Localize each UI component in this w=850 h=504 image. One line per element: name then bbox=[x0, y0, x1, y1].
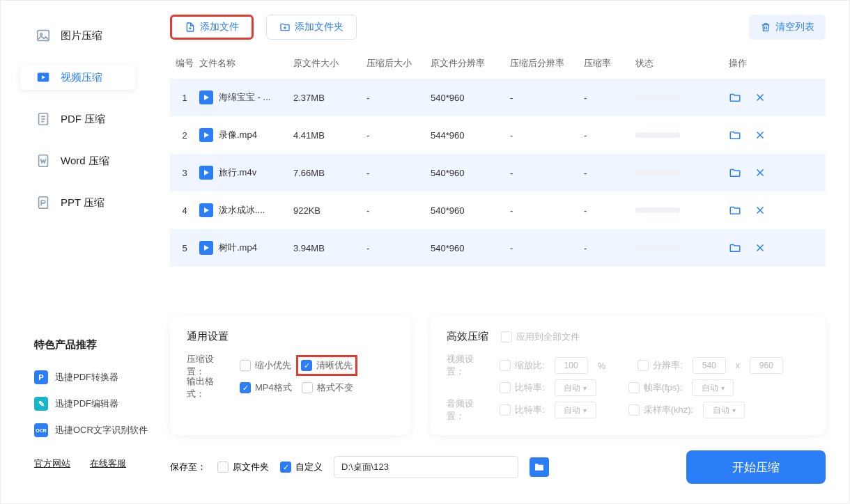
table-header: 编号 文件名称 原文件大小 压缩后大小 原文件分辨率 压缩后分辨率 压缩率 状态… bbox=[170, 48, 826, 79]
file-name: 海绵宝宝 - ... bbox=[219, 91, 270, 104]
cell-status bbox=[635, 132, 729, 138]
checkbox-save-original[interactable]: 原文件夹 bbox=[217, 461, 269, 473]
res-h-input[interactable] bbox=[750, 357, 783, 374]
sidebar-item-label: Word 压缩 bbox=[61, 155, 109, 168]
open-folder-icon[interactable] bbox=[729, 91, 741, 104]
advanced-settings-panel: 高效压缩 应用到全部文件 视频设置： 缩放比: % 分辨率: x 比特率: bbox=[430, 316, 826, 435]
clear-list-button[interactable]: 清空列表 bbox=[749, 15, 826, 40]
add-file-label: 添加文件 bbox=[200, 21, 239, 33]
main-panel: 添加文件 添加文件夹 清空列表 编号 文件名称 原文件大小 压缩后大小 原文件分… bbox=[157, 1, 849, 503]
file-table: 编号 文件名称 原文件大小 压缩后大小 原文件分辨率 压缩后分辨率 压缩率 状态… bbox=[170, 48, 826, 267]
checkbox-resolution[interactable]: 分辨率: bbox=[638, 359, 683, 372]
start-compress-button[interactable]: 开始压缩 bbox=[686, 450, 826, 484]
abitrate-select[interactable]: 自动 bbox=[555, 402, 596, 418]
browse-folder-button[interactable] bbox=[530, 457, 549, 477]
checkbox-abitrate[interactable]: 比特率: bbox=[500, 404, 545, 416]
cell-status bbox=[635, 245, 729, 251]
open-folder-icon[interactable] bbox=[729, 129, 741, 141]
remove-icon[interactable] bbox=[754, 129, 766, 141]
cell-ops bbox=[729, 91, 826, 104]
checkbox-shrink-priority[interactable]: 缩小优先 bbox=[240, 359, 291, 372]
recommend-item-pdf-editor[interactable]: ✎ 迅捷PDF编辑器 bbox=[1, 391, 157, 417]
footer-links: 官方网站 在线客服 bbox=[1, 443, 157, 489]
sidebar-item-ppt[interactable]: PPT 压缩 bbox=[1, 182, 157, 223]
chk-label: 缩放比: bbox=[515, 359, 545, 372]
cell-res: 540*960 bbox=[431, 168, 510, 178]
cell-after-size: - bbox=[366, 130, 431, 141]
chk-label: MP4格式 bbox=[255, 381, 292, 394]
chk-label: 格式不变 bbox=[317, 381, 353, 394]
add-folder-label: 添加文件夹 bbox=[295, 21, 343, 33]
res-sep: x bbox=[736, 361, 740, 370]
col-idx: 编号 bbox=[170, 57, 199, 70]
remove-icon[interactable] bbox=[754, 242, 766, 254]
video-set-label: 视频设置： bbox=[447, 353, 490, 378]
chk-label: 分辨率: bbox=[653, 359, 683, 372]
cell-ops bbox=[729, 129, 826, 141]
checkbox-clarity-priority[interactable]: 清晰优先 bbox=[301, 359, 353, 372]
save-path-input[interactable] bbox=[334, 456, 518, 478]
sidebar-item-image[interactable]: 图片压缩 bbox=[1, 15, 157, 56]
cell-ratio: - bbox=[584, 168, 635, 178]
play-icon bbox=[199, 128, 213, 142]
cell-idx: 4 bbox=[170, 205, 199, 216]
chk-label: 比特率: bbox=[515, 381, 545, 394]
cell-size: 7.66MB bbox=[293, 168, 366, 178]
sidebar: 图片压缩 视频压缩 PDF 压缩 Word 压缩 PPT 压缩 特色产品推荐 bbox=[1, 1, 157, 503]
fps-select[interactable]: 自动 bbox=[692, 379, 734, 396]
checkbox-sample[interactable]: 采样率(khz): bbox=[628, 404, 694, 416]
chk-label: 比特率: bbox=[515, 404, 545, 416]
file-name: 泼水成冰.... bbox=[219, 204, 265, 216]
checkbox-keep-format[interactable]: 格式不变 bbox=[302, 381, 353, 394]
sidebar-item-video[interactable]: 视频压缩 bbox=[1, 56, 157, 98]
cell-after-res: - bbox=[510, 168, 584, 178]
checkbox-save-custom[interactable]: 自定义 bbox=[280, 461, 323, 473]
cell-res: 544*960 bbox=[431, 130, 510, 141]
checkbox-scale[interactable]: 缩放比: bbox=[500, 359, 545, 372]
add-folder-button[interactable]: 添加文件夹 bbox=[266, 15, 357, 40]
ocr-icon: OCR bbox=[34, 423, 48, 437]
col-size: 原文件大小 bbox=[293, 57, 366, 70]
save-to-label: 保存至： bbox=[170, 461, 206, 473]
cell-ratio: - bbox=[584, 93, 635, 103]
table-row: 4泼水成冰....922KB-540*960-- bbox=[170, 191, 826, 229]
remove-icon[interactable] bbox=[754, 204, 766, 216]
sidebar-item-pdf[interactable]: PDF 压缩 bbox=[1, 98, 157, 140]
scale-input[interactable] bbox=[555, 357, 588, 374]
checkbox-mp4-format[interactable]: MP4格式 bbox=[240, 381, 292, 394]
support-link[interactable]: 在线客服 bbox=[90, 457, 126, 470]
cell-status bbox=[635, 170, 729, 175]
checkbox-vbitrate[interactable]: 比特率: bbox=[500, 381, 545, 394]
open-folder-icon[interactable] bbox=[729, 204, 741, 216]
cell-after-size: - bbox=[366, 168, 431, 178]
col-status: 状态 bbox=[635, 57, 729, 70]
col-res: 原文件分辨率 bbox=[431, 57, 510, 70]
open-folder-icon[interactable] bbox=[729, 166, 741, 179]
play-icon bbox=[199, 241, 213, 255]
remove-icon[interactable] bbox=[754, 166, 766, 179]
cell-after-res: - bbox=[510, 93, 584, 103]
open-folder-icon[interactable] bbox=[729, 242, 741, 254]
recommend-item-ocr[interactable]: OCR 迅捷OCR文字识别软件 bbox=[1, 417, 157, 443]
official-site-link[interactable]: 官方网站 bbox=[34, 457, 70, 470]
recommend-title: 特色产品推荐 bbox=[34, 338, 157, 352]
cell-size: 2.37MB bbox=[293, 93, 366, 103]
scale-unit: % bbox=[598, 361, 606, 371]
pdf-editor-icon: ✎ bbox=[34, 397, 48, 411]
advanced-title: 高效压缩 bbox=[447, 330, 488, 343]
checkbox-apply-all[interactable]: 应用到全部文件 bbox=[501, 331, 580, 343]
general-title: 通用设置 bbox=[187, 330, 394, 343]
add-file-button[interactable]: 添加文件 bbox=[170, 15, 254, 40]
sample-select[interactable]: 自动 bbox=[703, 402, 745, 418]
sidebar-item-word[interactable]: Word 压缩 bbox=[1, 140, 157, 182]
cell-name: 录像.mp4 bbox=[199, 128, 293, 142]
sidebar-lower: 特色产品推荐 P 迅捷PDF转换器 ✎ 迅捷PDF编辑器 OCR 迅捷OCR文字… bbox=[1, 338, 157, 489]
remove-icon[interactable] bbox=[754, 91, 766, 104]
res-w-input[interactable] bbox=[693, 357, 726, 374]
svg-rect-0 bbox=[38, 31, 49, 41]
settings-row: 通用设置 压缩设置： 缩小优先 清晰优先 输出格式： MP4格式 格式不变 高效… bbox=[170, 316, 826, 435]
table-row: 3旅行.m4v7.66MB-540*960-- bbox=[170, 154, 826, 191]
recommend-item-pdf-converter[interactable]: P 迅捷PDF转换器 bbox=[1, 364, 157, 391]
vbitrate-select[interactable]: 自动 bbox=[555, 379, 596, 396]
checkbox-fps[interactable]: 帧率(fps): bbox=[628, 381, 683, 394]
